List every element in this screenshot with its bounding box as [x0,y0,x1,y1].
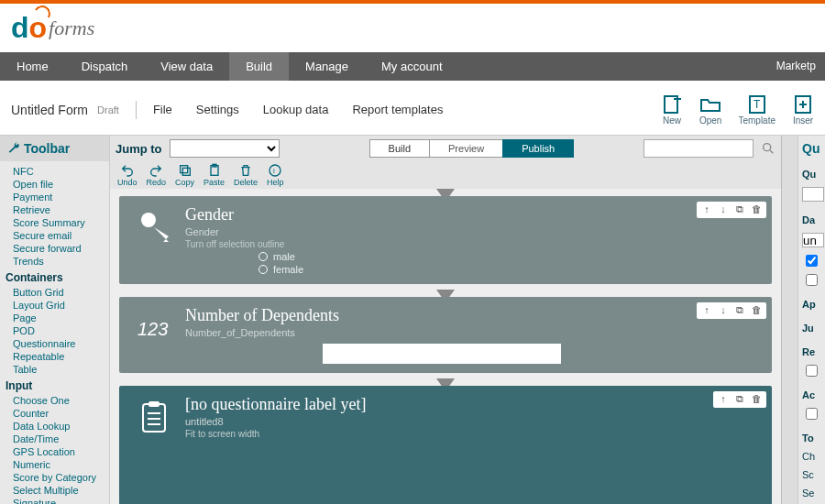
prop-label: Ac [802,389,821,400]
toolbar-item[interactable]: Secure email [13,229,109,242]
undo-button[interactable]: Undo [117,163,138,187]
form-element-number[interactable]: 123 Number of Dependents Number_of_Depen… [119,297,772,373]
moveup-icon[interactable]: ↑ [717,393,730,406]
redo-button[interactable]: Redo [147,163,167,187]
toolbar-item[interactable]: Select Multiple [13,484,109,497]
toolbar-item[interactable]: Page [13,312,109,324]
toolbar-item[interactable]: Retrieve [13,203,109,216]
prop-label: Qu [802,169,821,180]
delete-button[interactable]: Delete [234,163,258,187]
trash-icon[interactable]: 🗑 [750,203,763,216]
prop-checkbox[interactable] [802,408,821,420]
jumpto-select[interactable] [170,139,280,158]
toolbar-item[interactable]: Questionnaire [13,337,109,350]
element-title: Gender [185,205,759,225]
toolbar-item[interactable]: GPS Location [13,445,109,458]
prop-label: Ap [802,299,821,310]
paste-button[interactable]: Paste [204,163,225,187]
toolbar-item[interactable]: Trends [13,255,109,268]
toolbar-item[interactable]: Date/Time [13,433,109,445]
stage-preview[interactable]: Preview [429,139,503,158]
stage-build[interactable]: Build [369,139,430,158]
toolbar-item[interactable]: Secure forward [13,242,109,255]
prop-checkbox[interactable] [802,365,821,377]
element-hint: Turn off selection outline [185,239,759,249]
nav-dispatch[interactable]: Dispatch [65,52,145,81]
prop-input[interactable] [802,187,824,202]
form-element-questionnaire[interactable]: [no questionnaire label yet] untitled8 F… [119,386,772,504]
form-title[interactable]: Untitled Form [11,103,88,117]
trash-icon[interactable]: 🗑 [750,393,763,406]
radio-option-male[interactable]: male [258,251,759,262]
sublink-settings[interactable]: Settings [196,103,239,116]
element-tools: ↑ ↓ ⧉ 🗑 [697,202,766,218]
movedown-icon[interactable]: ↓ [717,304,730,317]
nav-build[interactable]: Build [229,52,289,81]
toolbar-item[interactable]: Repeatable [13,350,109,363]
new-button[interactable]: New [661,93,683,126]
help-button[interactable]: iHelp [267,163,284,187]
nav-viewdata[interactable]: View data [144,52,229,81]
new-icon [661,93,683,115]
movedown-icon[interactable]: ↓ [717,203,730,216]
toolbar-item[interactable]: Signature [13,497,109,504]
form-element-gender[interactable]: Gender Gender Turn off selection outline… [119,196,772,284]
nav-home[interactable]: Home [0,52,65,81]
trash-icon[interactable]: 🗑 [750,304,763,317]
moveup-icon[interactable]: ↑ [700,304,713,317]
toolbar-item[interactable]: Data Lookup [13,420,109,433]
nav-manage[interactable]: Manage [289,52,365,81]
template-button[interactable]: T Template [738,93,776,126]
svg-text:T: T [754,98,761,111]
element-title: Number of Dependents [185,306,759,325]
canvas-body[interactable]: Gender Gender Turn off selection outline… [110,189,781,504]
prop-input[interactable] [802,233,824,247]
svg-text:123: 123 [138,319,168,339]
questionnaire-icon [132,395,176,496]
toolbar-body[interactable]: NFCOpen filePaymentRetrieveScore Summary… [0,161,109,504]
duplicate-icon[interactable]: ⧉ [733,203,746,216]
open-button[interactable]: Open [699,93,721,126]
nav-account[interactable]: My account [365,52,458,81]
nav-marketplace[interactable]: Marketp [767,52,825,81]
toolbar-item[interactable]: POD [13,324,109,337]
toolbar-item[interactable]: Score by Category [13,471,109,484]
prop-checkbox[interactable] [802,255,821,267]
sub-bar: Untitled Form Draft File Settings Lookup… [0,81,825,136]
toolbar-item[interactable]: Button Grid [13,286,109,299]
radio-option-female[interactable]: female [258,264,759,275]
toolbar-item[interactable]: Numeric [13,458,109,471]
prop-label: Da [802,214,821,225]
moveup-icon[interactable]: ↑ [700,203,713,216]
sublink-reports[interactable]: Report templates [352,103,443,116]
element-title: [no questionnaire label yet] [185,395,759,414]
numeric-input-preview[interactable] [323,344,561,364]
svg-rect-9 [180,166,187,173]
toolbar-item[interactable]: Payment [13,191,109,203]
duplicate-icon[interactable]: ⧉ [733,393,746,406]
chooseone-icon [132,205,176,275]
copy-button[interactable]: Copy [175,163,194,187]
duplicate-icon[interactable]: ⧉ [733,304,746,317]
element-tools: ↑ ⧉ 🗑 [713,391,766,408]
properties-panel: Qu Qu Da Ap Ju Re Ac To Ch Sc Se [798,136,825,504]
search-icon[interactable] [761,141,776,156]
search-input[interactable] [644,139,754,158]
prop-checkbox[interactable] [802,274,821,286]
brand-logo[interactable]: do forms [11,11,94,45]
toolbar-category: Containers [6,271,109,284]
stage-publish[interactable]: Publish [502,139,574,158]
toolbar-item[interactable]: Layout Grid [13,299,109,312]
toolbar-item[interactable]: Score Summary [13,216,109,229]
insert-button[interactable]: Inser [792,93,814,126]
sublink-file[interactable]: File [153,103,172,116]
toolbar-item[interactable]: Counter [13,407,109,420]
canvas-scrollbar[interactable] [781,136,798,504]
sublink-lookup[interactable]: Lookup data [263,103,329,116]
toolbar-header: Toolbar [0,136,109,161]
toolbar-item[interactable]: Choose One [13,394,109,407]
toolbar-item[interactable]: NFC [13,165,109,178]
toolbar-item[interactable]: Table [13,363,109,376]
toolbar-item[interactable]: Open file [13,178,109,191]
logo-row: do forms [0,4,825,52]
